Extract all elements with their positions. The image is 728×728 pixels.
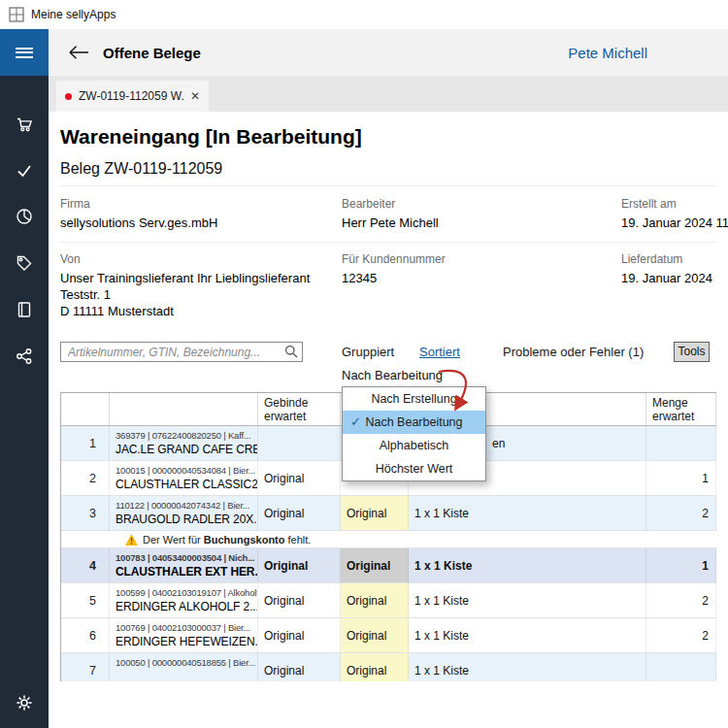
article-cell: 100050 | 000000040518855 | Bier... bbox=[110, 653, 258, 681]
row-number: 2 bbox=[61, 461, 110, 495]
gebinde-counted-cell[interactable]: Original bbox=[341, 653, 409, 681]
main-content: Wareneingang [In Bearbeitung] Beleg ZW-0… bbox=[49, 112, 728, 728]
dropdown-item[interactable]: Nach Erstellung bbox=[343, 387, 485, 411]
gebinde-counted-cell[interactable]: Original bbox=[341, 496, 409, 530]
firma-label: Firma bbox=[60, 197, 90, 211]
window-title: Meine sellyApps bbox=[31, 0, 116, 29]
title-bar: Meine sellyApps bbox=[0, 0, 728, 29]
menu-button[interactable] bbox=[0, 29, 49, 76]
sidebar-item-cart[interactable] bbox=[0, 100, 49, 147]
share-icon bbox=[16, 347, 33, 365]
page-title: Wareneingang [In Bearbeitung] bbox=[60, 125, 362, 149]
article-name: CLAUSTHALER EXT HER... bbox=[116, 565, 251, 579]
gebinde-expected-cell: Original bbox=[258, 496, 341, 530]
table-row[interactable]: 3110122 | 00000042074342 | Bier...BRAUGO… bbox=[61, 496, 716, 531]
article-cell: 110122 | 00000042074342 | Bier...BRAUGOL… bbox=[110, 496, 258, 530]
erstellt-am-value: 19. Januar 2024 11:20 bbox=[621, 215, 728, 231]
quantity-cell: 1 x 1 Kiste bbox=[409, 653, 646, 681]
gebinde-expected-cell: Original bbox=[258, 583, 341, 617]
article-name: ERDINGER HEFEWEIZEN... bbox=[116, 635, 251, 648]
kundennummer-value: 12345 bbox=[342, 270, 377, 286]
divider bbox=[60, 185, 716, 186]
price-tag-icon bbox=[16, 254, 33, 272]
sidebar-item-tasks[interactable] bbox=[0, 147, 49, 193]
dropdown-item-label: Alphabetisch bbox=[380, 439, 449, 452]
article-cell: 100599 | 04002103019107 | Alkoholfr...ER… bbox=[110, 583, 258, 617]
article-cell: 369379 | 07622400820250 | Kaff...JAC.LE … bbox=[110, 426, 258, 460]
search-box bbox=[60, 342, 303, 362]
sidebar-item-reports[interactable] bbox=[0, 193, 49, 240]
navigation-sidebar bbox=[0, 29, 49, 728]
quantity-cell: 1 x 1 Kiste bbox=[409, 618, 646, 652]
row-number: 7 bbox=[61, 653, 110, 681]
dropdown-item[interactable]: Höchster Wert bbox=[343, 457, 485, 480]
article-code: 110122 | 00000042074342 | Bier... bbox=[116, 500, 251, 511]
table-row[interactable]: 5100599 | 04002103019107 | Alkoholfr...E… bbox=[61, 583, 716, 618]
gebinde-expected-cell: Original bbox=[258, 461, 341, 495]
header-rownum bbox=[61, 393, 110, 425]
sidebar-item-share[interactable] bbox=[0, 333, 49, 380]
check-icon: ✓ bbox=[350, 411, 361, 434]
page-header: Offene Belege Pete Michell bbox=[49, 29, 728, 76]
app-icon bbox=[9, 7, 24, 22]
quantity-cell: 1 x 1 Kiste bbox=[409, 583, 646, 617]
dropdown-item-label: Höchster Wert bbox=[376, 462, 453, 476]
warning-text: Der Wert für Buchungskonto fehlt. bbox=[143, 534, 311, 546]
article-cell: 100769 | 04002103000037 | Bier...ERDINGE… bbox=[110, 618, 258, 652]
dropdown-item[interactable]: Alphabetisch bbox=[343, 434, 485, 457]
menge-expected-cell: 2 bbox=[646, 618, 716, 652]
row-number: 3 bbox=[61, 496, 110, 530]
gebinde-expected-cell: Original bbox=[258, 618, 341, 652]
menge-expected-cell: 1 bbox=[646, 548, 716, 582]
article-code: 100050 | 000000040518855 | Bier... bbox=[116, 657, 251, 668]
cart-icon bbox=[16, 116, 33, 132]
erstellt-am-label: Erstellt am bbox=[621, 197, 677, 211]
dropdown-item[interactable]: ✓Nach Bearbeitung bbox=[343, 411, 485, 434]
gebinde-counted-cell[interactable]: Original bbox=[341, 583, 409, 617]
row-number: 4 bbox=[61, 548, 110, 582]
lieferdatum-value: 19. Januar 2024 bbox=[621, 270, 712, 286]
sort-dropdown: Nach Erstellung✓Nach BearbeitungAlphabet… bbox=[342, 386, 486, 481]
tools-button[interactable]: Tools bbox=[674, 342, 710, 362]
sidebar-item-catalog[interactable] bbox=[0, 286, 49, 333]
article-name: ERDINGER ALKOHOLF 2... bbox=[116, 600, 251, 613]
table-row[interactable]: 4100783 | 04053400003504 | Nich...CLAUST… bbox=[61, 548, 716, 583]
dropdown-item-label: Nach Erstellung bbox=[371, 392, 456, 406]
von-value: Unser Trainingslieferant Ihr Lieblingsli… bbox=[60, 270, 310, 319]
probleme-oder-fehler-button[interactable]: Probleme oder Fehler (1) bbox=[503, 345, 644, 359]
header-article bbox=[110, 393, 258, 425]
hamburger-icon bbox=[16, 45, 33, 60]
row-number: 1 bbox=[61, 426, 110, 460]
warning-icon bbox=[125, 534, 138, 546]
menge-expected-cell: 2 bbox=[646, 583, 716, 617]
search-input[interactable] bbox=[60, 342, 303, 362]
quantity-cell: 1 x 1 Kiste bbox=[409, 496, 646, 530]
quantity-cell: 1 x 1 Kiste bbox=[409, 548, 646, 582]
app-window: Meine sellyApps bbox=[0, 0, 728, 728]
sort-mode-trigger[interactable]: Nach Bearbeitung bbox=[342, 368, 443, 382]
menge-expected-cell bbox=[646, 426, 716, 460]
document-tab[interactable]: ZW-0119-112059 W... ✕ bbox=[56, 81, 209, 112]
tab-label: ZW-0119-112059 W... bbox=[79, 89, 184, 103]
warning-row: Der Wert für Buchungskonto fehlt. bbox=[61, 531, 716, 548]
unsaved-dot-icon bbox=[65, 93, 72, 100]
article-cell: 100015 | 000000040534084 | Bier...CLAUST… bbox=[110, 461, 258, 495]
menge-expected-cell bbox=[646, 653, 716, 681]
header-title: Offene Belege bbox=[103, 45, 201, 61]
gruppiert-button[interactable]: Gruppiert bbox=[342, 345, 394, 359]
back-button[interactable] bbox=[68, 44, 91, 61]
divider bbox=[60, 242, 716, 243]
gebinde-counted-cell[interactable]: Original bbox=[341, 548, 409, 582]
sidebar-item-prices[interactable] bbox=[0, 240, 49, 286]
table-row[interactable]: 6100769 | 04002103000037 | Bier...ERDING… bbox=[61, 618, 716, 653]
table-row[interactable]: 7100050 | 000000040518855 | Bier...Origi… bbox=[61, 653, 716, 681]
header-gebinde-erwartet: Gebinde erwartet bbox=[258, 393, 341, 425]
bearbeiter-label: Bearbeiter bbox=[342, 197, 395, 211]
sidebar-icon-list bbox=[0, 76, 49, 380]
user-name-link[interactable]: Pete Michell bbox=[568, 45, 647, 61]
tab-close-icon[interactable]: ✕ bbox=[190, 89, 200, 103]
gebinde-counted-cell[interactable]: Original bbox=[341, 618, 409, 652]
search-icon[interactable] bbox=[284, 345, 298, 362]
sortiert-button[interactable]: Sortiert bbox=[419, 345, 460, 359]
settings-button[interactable] bbox=[0, 685, 49, 720]
